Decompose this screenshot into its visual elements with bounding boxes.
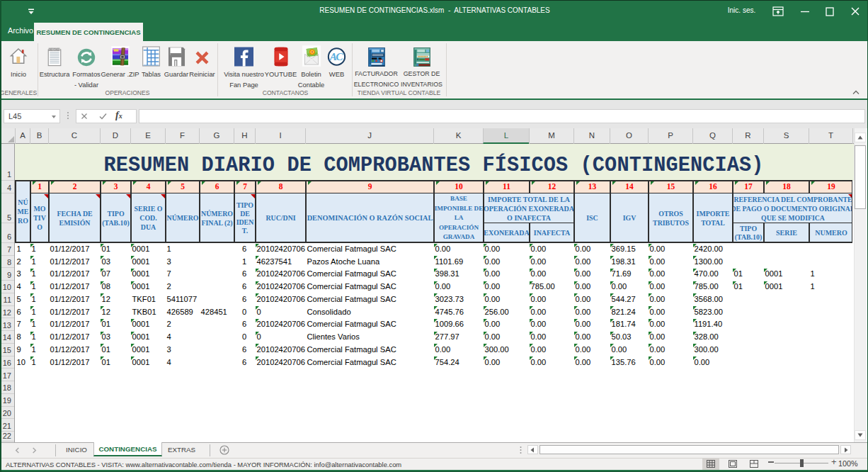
svg-text:C: C [336, 50, 343, 62]
